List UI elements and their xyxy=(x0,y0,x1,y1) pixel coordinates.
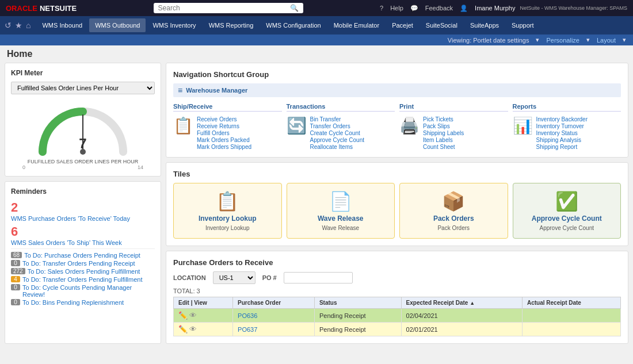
link-create-cycle-count[interactable]: Create Cycle Count xyxy=(310,130,365,136)
tile-pack-name: Pack Orders xyxy=(433,214,474,223)
home-icon[interactable]: ⌂ xyxy=(26,21,30,30)
nav-item-wms-reporting[interactable]: WMS Reporting xyxy=(203,18,260,32)
reminders: Reminders 2 WMS Purchase Orders 'To Rece… xyxy=(5,181,161,344)
reminder-item-6[interactable]: 0 To Do: Bins Pending Replenishment xyxy=(11,298,155,306)
user-icon: 👤 xyxy=(460,5,468,12)
table-row: ✏️ 👁 PO636 Pending Receipt 02/04/2021 xyxy=(174,309,621,323)
po-link-2[interactable]: PO637 xyxy=(238,326,257,333)
nav-item-mobile-emulator[interactable]: Mobile Emulator xyxy=(328,18,385,32)
link-inventory-turnover[interactable]: Inventory Turnover xyxy=(536,123,588,129)
reminder-link-2[interactable]: WMS Sales Orders 'To Ship' This Week xyxy=(11,239,155,246)
user-info: Imane Murphy NetSuite - WMS Warehouse Ma… xyxy=(475,5,627,12)
nav-item-wms-configuration[interactable]: WMS Configuration xyxy=(260,18,326,32)
link-inventory-status[interactable]: Inventory Status xyxy=(536,130,588,136)
viewing-label: Viewing: Portlet date settings xyxy=(448,37,529,44)
reminders-title: Reminders xyxy=(11,187,155,196)
tile-pack-orders[interactable]: 📦 Pack Orders Pack Orders xyxy=(399,183,508,239)
tile-wave-release[interactable]: 📄 Wave Release Wave Release xyxy=(287,183,395,239)
reminder-text-5: To Do: Cycle Counts Pending Manager Revi… xyxy=(22,284,155,298)
cat-content-reports: 📊 Inventory Backorder Inventory Turnover… xyxy=(513,116,621,150)
refresh-icon[interactable]: ↺ xyxy=(5,21,12,30)
reports-icon: 📊 xyxy=(513,116,533,150)
reminder-item-5[interactable]: 0 To Do: Cycle Counts Pending Manager Re… xyxy=(11,283,155,298)
reminder-text-1: To Do: Purchase Orders Pending Receipt xyxy=(24,252,140,259)
link-receive-orders[interactable]: Receive Orders xyxy=(197,116,251,122)
location-select[interactable]: US-1 xyxy=(213,271,256,284)
warehouse-manager-header: ≡ Warehouse Manager xyxy=(173,83,621,97)
link-transfer-orders[interactable]: Transfer Orders xyxy=(310,123,365,129)
reminder-item-4[interactable]: 4 To Do: Transfer Orders Pending Fulfill… xyxy=(11,275,155,283)
help-label[interactable]: Help xyxy=(390,5,403,12)
cat-links-print: Pick Tickets Pack Slips Shipping Labels … xyxy=(423,116,464,150)
link-mark-orders-packed[interactable]: Mark Orders Packed xyxy=(197,137,251,143)
cat-header-reports: Reports xyxy=(513,103,621,112)
search-bar[interactable]: 🔍 xyxy=(154,3,303,13)
tile-wave-sub: Wave Release xyxy=(322,225,359,231)
print-icon: 🖨️ xyxy=(399,116,420,150)
link-reallocate-items[interactable]: Reallocate Items xyxy=(310,144,365,150)
row1-actual xyxy=(523,309,621,323)
reminder-item-2[interactable]: 0 To Do: Transfer Orders Pending Receipt xyxy=(11,259,155,267)
search-input[interactable] xyxy=(158,4,290,12)
link-approve-cycle-count[interactable]: Approve Cycle Count xyxy=(310,137,365,143)
layout-link[interactable]: Layout xyxy=(597,37,616,44)
personalize-link[interactable]: Personalize xyxy=(546,37,579,44)
link-shipping-report[interactable]: Shipping Report xyxy=(536,144,588,150)
reminder-text-4: To Do: Transfer Orders Pending Fulfillme… xyxy=(22,276,142,283)
ship-receive-icon: 📋 xyxy=(173,116,193,150)
tile-inventory-sub: Inventory Lookup xyxy=(205,225,250,231)
link-bin-transfer[interactable]: Bin Transfer xyxy=(310,116,365,122)
reminder-item-3[interactable]: 272 To Do: Sales Orders Pending Fulfillm… xyxy=(11,267,155,275)
reminder-item-1[interactable]: 68 To Do: Purchase Orders Pending Receip… xyxy=(11,251,155,259)
link-pack-slips[interactable]: Pack Slips xyxy=(423,123,464,129)
approve-cycle-count-icon: ✅ xyxy=(555,190,578,212)
reminder-badge-1: 68 xyxy=(11,252,22,258)
kpi-select[interactable]: Fulfilled Sales Order Lines Per Hour xyxy=(11,82,155,94)
nav-item-support[interactable]: Support xyxy=(506,18,540,32)
po-number-input[interactable] xyxy=(284,272,353,283)
po-table-header: Edit | View Purchase Order Status Expect… xyxy=(174,297,621,309)
link-inventory-backorder[interactable]: Inventory Backorder xyxy=(536,116,588,122)
link-fulfill-orders[interactable]: Fulfill Orders xyxy=(197,130,251,136)
edit-icon-2[interactable]: ✏️ xyxy=(178,325,188,334)
nav-item-wms-outbound[interactable]: WMS Outbound xyxy=(89,18,146,32)
row1-status: Pending Receipt xyxy=(314,309,401,323)
cat-links-reports: Inventory Backorder Inventory Turnover I… xyxy=(536,116,588,150)
page-title: Home xyxy=(0,45,633,63)
link-receive-returns[interactable]: Receive Returns xyxy=(197,123,251,129)
edit-icon-1[interactable]: ✏️ xyxy=(178,311,188,320)
po-table: Edit | View Purchase Order Status Expect… xyxy=(173,297,621,336)
nav-item-wms-inventory[interactable]: WMS Inventory xyxy=(147,18,201,32)
warehouse-manager-label: Warehouse Manager xyxy=(186,87,247,94)
po-link-1[interactable]: PO636 xyxy=(238,312,257,319)
col-edit-view: Edit | View xyxy=(174,297,233,309)
link-shipping-analysis[interactable]: Shipping Analysis xyxy=(536,137,588,143)
view-icon-2[interactable]: 👁 xyxy=(189,325,197,334)
link-shipping-labels[interactable]: Shipping Labels xyxy=(423,130,464,136)
row2-actions: ✏️ 👁 xyxy=(174,323,233,336)
gauge-label: FULFILLED SALES ORDER LINES PER HOUR xyxy=(11,159,155,164)
user-name: Imane Murphy xyxy=(475,5,515,12)
link-pick-tickets[interactable]: Pick Tickets xyxy=(423,116,464,122)
tile-approve-cycle-count[interactable]: ✅ Approve Cycle Count Approve Cycle Coun… xyxy=(513,183,621,239)
link-count-sheet[interactable]: Count Sheet xyxy=(423,144,464,150)
shortcut-cat-transactions: Transactions 🔄 Bin Transfer Transfer Ord… xyxy=(287,103,395,150)
feedback-label[interactable]: Feedback xyxy=(425,5,453,12)
tile-pack-sub: Pack Orders xyxy=(437,225,470,231)
reminder-link-1[interactable]: WMS Purchase Orders 'To Receive' Today xyxy=(11,215,155,222)
shortcut-cat-reports: Reports 📊 Inventory Backorder Inventory … xyxy=(513,103,621,150)
nav-item-wms-inbound[interactable]: WMS Inbound xyxy=(36,18,88,32)
link-item-labels[interactable]: Item Labels xyxy=(423,137,464,143)
link-mark-orders-shipped[interactable]: Mark Orders Shipped xyxy=(197,144,251,150)
shortcut-categories: Ship/Receive 📋 Receive Orders Receive Re… xyxy=(173,103,621,150)
nav-item-suitesocial[interactable]: SuiteSocial xyxy=(420,18,463,32)
col-expected-receipt[interactable]: Expected Receipt Date ▲ xyxy=(401,297,522,309)
star-icon[interactable]: ★ xyxy=(15,21,22,30)
nav-item-suiteapps[interactable]: SuiteApps xyxy=(464,18,505,32)
view-icon-1[interactable]: 👁 xyxy=(189,311,197,320)
tile-inventory-lookup[interactable]: 📋 Inventory Lookup Inventory Lookup xyxy=(173,183,282,239)
shortcut-group-title: Navigation Shortcut Group xyxy=(173,70,621,79)
reminder-text-3: To Do: Sales Orders Pending Fulfillment xyxy=(28,268,140,275)
sub-bar: Viewing: Portlet date settings ▾ Persona… xyxy=(0,35,633,45)
nav-item-pacejet[interactable]: Pacejet xyxy=(386,18,419,32)
